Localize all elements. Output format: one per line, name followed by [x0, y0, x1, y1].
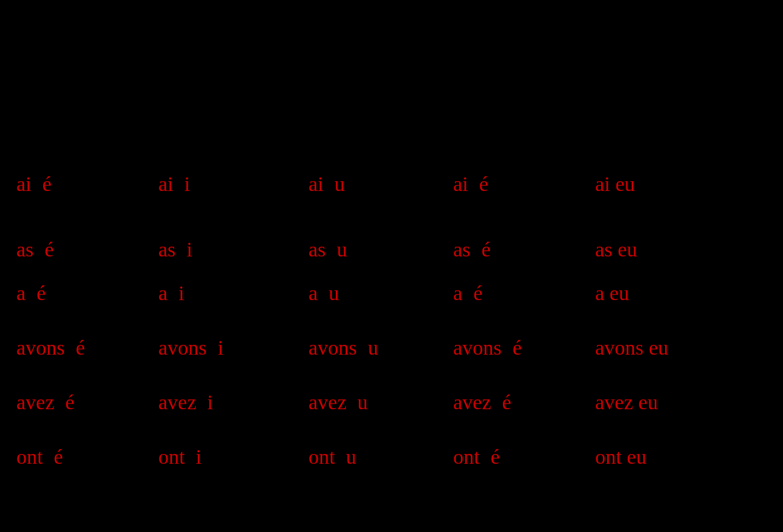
cell-r4-c0: avezé: [16, 390, 74, 414]
word-primary: avez: [158, 390, 197, 414]
word-primary: avons: [16, 336, 65, 360]
word-primary: ont: [453, 445, 480, 469]
cell-r3-c2: avonsu: [309, 336, 378, 360]
cell-r1-c3: asé: [453, 237, 491, 261]
word-primary: a: [16, 281, 26, 305]
word-secondary: u: [334, 172, 345, 196]
cell-r0-c4: ai eu: [595, 172, 635, 196]
cell-r0-c0: aié: [16, 172, 51, 196]
main-grid: aiéaiiaiuaiéai euaséasiasuaséas euaéaiau…: [0, 0, 783, 532]
word-primary: as: [158, 237, 176, 261]
cell-r1-c0: asé: [16, 237, 54, 261]
word-primary: avons: [158, 336, 207, 360]
word-primary: avez: [16, 390, 55, 414]
word-secondary: u: [358, 390, 368, 414]
word-primary: ai eu: [595, 172, 635, 196]
word-secondary: é: [45, 237, 54, 261]
word-secondary: i: [184, 172, 190, 196]
cell-r2-c3: aé: [453, 281, 483, 305]
cell-r4-c2: avezu: [309, 390, 368, 414]
word-secondary: é: [66, 390, 75, 414]
word-primary: ont: [16, 445, 43, 469]
word-secondary: é: [42, 172, 51, 196]
word-secondary: é: [513, 336, 522, 360]
cell-r3-c3: avonsé: [453, 336, 522, 360]
cell-r1-c2: asu: [309, 237, 347, 261]
cell-r3-c1: avonsi: [158, 336, 223, 360]
word-primary: avez: [453, 390, 491, 414]
word-secondary: u: [329, 281, 339, 305]
word-primary: as: [309, 237, 326, 261]
cell-r5-c4: ont eu: [595, 445, 646, 469]
cell-r2-c0: aé: [16, 281, 46, 305]
word-secondary: i: [207, 390, 213, 414]
cell-r2-c2: au: [309, 281, 339, 305]
word-primary: ont: [309, 445, 335, 469]
word-primary: ont: [158, 445, 185, 469]
cell-r0-c2: aiu: [309, 172, 345, 196]
cell-r3-c4: avons eu: [595, 336, 668, 360]
word-primary: as: [453, 237, 471, 261]
word-secondary: é: [482, 237, 491, 261]
cell-r2-c1: ai: [158, 281, 184, 305]
word-primary: ai: [453, 172, 468, 196]
word-secondary: i: [218, 336, 224, 360]
cell-r5-c0: onté: [16, 445, 63, 469]
word-secondary: é: [37, 281, 46, 305]
cell-r0-c3: aié: [453, 172, 488, 196]
word-secondary: é: [76, 336, 85, 360]
word-secondary: é: [54, 445, 63, 469]
cell-r0-c1: aii: [158, 172, 190, 196]
word-secondary: é: [491, 445, 500, 469]
cell-r1-c4: as eu: [595, 237, 637, 261]
cell-r5-c2: ontu: [309, 445, 357, 469]
cell-r4-c1: avezi: [158, 390, 213, 414]
word-primary: a: [453, 281, 462, 305]
word-secondary: i: [196, 445, 202, 469]
word-secondary: u: [337, 237, 347, 261]
word-primary: ai: [16, 172, 31, 196]
word-primary: avez eu: [595, 390, 658, 414]
cell-r4-c3: avezé: [453, 390, 511, 414]
word-secondary: u: [368, 336, 378, 360]
word-primary: a: [309, 281, 318, 305]
cell-r5-c3: onté: [453, 445, 500, 469]
word-primary: ai: [309, 172, 323, 196]
cell-r1-c1: asi: [158, 237, 192, 261]
cell-r5-c1: onti: [158, 445, 201, 469]
word-secondary: é: [473, 281, 483, 305]
word-secondary: i: [179, 281, 185, 305]
word-secondary: i: [187, 237, 193, 261]
word-primary: ont eu: [595, 445, 646, 469]
word-primary: as: [16, 237, 34, 261]
word-primary: a eu: [595, 281, 629, 305]
word-primary: avez: [309, 390, 347, 414]
word-primary: ai: [158, 172, 173, 196]
word-secondary: é: [502, 390, 512, 414]
word-secondary: é: [479, 172, 488, 196]
word-primary: avons eu: [595, 336, 668, 360]
word-primary: as eu: [595, 237, 637, 261]
cell-r2-c4: a eu: [595, 281, 629, 305]
word-primary: avons: [453, 336, 502, 360]
word-primary: avons: [309, 336, 357, 360]
word-secondary: u: [346, 445, 357, 469]
word-primary: a: [158, 281, 168, 305]
cell-r3-c0: avonsé: [16, 336, 85, 360]
cell-r4-c4: avez eu: [595, 390, 658, 414]
